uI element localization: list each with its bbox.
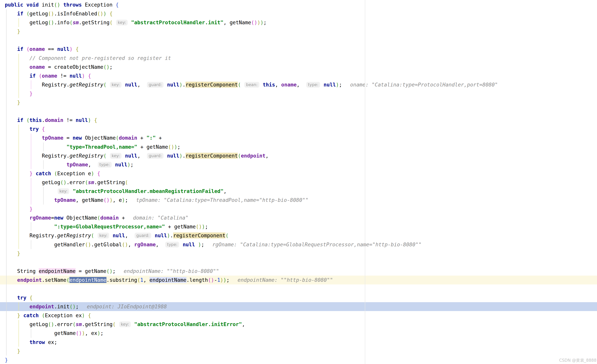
highlighted-identifier: endpointName [39,268,76,274]
code-line[interactable]: Registry.getRegistry( key: null, guard: … [0,151,597,160]
code-token: ( [26,46,30,52]
code-token [72,46,76,52]
code-line[interactable]: endpoint.setName(endpointName.substring(… [0,276,597,284]
code-token: sm [72,19,79,25]
code-line[interactable]: } [0,249,597,258]
code-line[interactable]: ":type=GlobalRequestProcessor,name=" + g… [0,222,597,231]
code-line[interactable] [0,107,597,116]
code-line[interactable]: } catch (Exception e) { [0,169,597,178]
code-line[interactable]: tpOname, type: null); [0,160,597,169]
code-token: domain [45,117,63,123]
param-name-hint-chip: guard: [135,233,151,238]
code-token: { [88,73,91,79]
code-line[interactable]: if (oname != null) { [0,71,597,80]
code-line[interactable]: } catch (Exception ex) { [0,311,597,320]
code-line[interactable]: tpOname, getName()), e);tpOname: "Catali… [0,196,597,205]
code-token: null [57,46,70,52]
code-line[interactable] [0,284,597,293]
code-token: ( [91,232,94,238]
code-token: // Component not pre-registered so regis… [30,55,171,61]
code-token: ) [82,312,85,318]
code-token: ) [122,197,125,203]
code-token: ex; [45,339,57,345]
code-token: .getGlobal [91,242,122,248]
code-token: ( [238,153,241,159]
code-text: getHandler().getGlobal(), rgOname, type:… [0,240,597,249]
code-line[interactable]: rgOname=new ObjectName(domain +domain: "… [0,213,597,222]
code-token: tpOname [42,135,63,141]
code-line[interactable]: if (getLog().isInfoEnabled()) { [0,9,597,18]
code-token: + [156,135,162,141]
code-token: , [128,242,134,248]
code-line[interactable]: key: "abstractProtocolHandler.mbeanRegis… [0,187,597,196]
code-line[interactable] [0,258,597,267]
code-text: // Component not pre-registered so regis… [0,54,597,63]
code-token: , [156,242,165,248]
code-text: Registry.getRegistry( key: null, guard: … [0,80,597,89]
code-line[interactable]: try { [0,293,597,302]
code-line[interactable]: Registry.getRegistry( key: null, guard: … [0,231,597,240]
code-token: null [76,117,88,123]
code-token: = [63,135,73,141]
code-line[interactable] [0,36,597,45]
code-token: public [5,2,23,8]
code-token: ":" [147,135,156,141]
code-token: ; [76,303,79,310]
code-line[interactable]: String endpointName = getName();endpoint… [0,267,597,276]
code-line[interactable]: getLog().error(sm.getString( [0,178,597,187]
code-token [164,153,167,159]
code-token: { [116,2,118,8]
code-text: } [0,356,597,364]
code-line[interactable]: getHandler().getGlobal(), rgOname, type:… [0,240,597,249]
code-token: ) [82,73,85,79]
code-line[interactable]: getName()), ex); [0,329,597,338]
code-line[interactable]: tpOname = new ObjectName(domain + ":" + [0,133,597,142]
code-line[interactable]: try { [0,125,597,133]
code-area[interactable]: public void init() throws Exception {if … [0,0,597,364]
code-token [116,321,119,327]
param-name-hint-chip: key: [116,20,128,25]
code-line[interactable]: endpoint.init();endpoint: JIoEndpoint@19… [0,302,597,311]
code-line[interactable]: } [0,356,597,364]
param-name-hint-chip: type: [306,82,320,88]
code-line[interactable]: } [0,347,597,356]
code-token: ; [339,82,342,88]
code-line[interactable]: } [0,98,597,107]
code-line[interactable]: } [0,89,597,98]
code-token: ( [72,321,76,327]
code-token: ( [66,277,70,283]
code-line[interactable]: getLog().error(sm.getString( key: "abstr… [0,320,597,329]
code-token: () [48,11,54,16]
code-token: rgOname [30,215,51,221]
code-token: ) [88,117,91,123]
code-token [110,232,113,238]
code-token: { [42,126,45,132]
code-line[interactable]: // Component not pre-registered so regis… [0,54,597,63]
code-text: getLog().error(sm.getString( key: "abstr… [0,320,597,329]
code-text: Registry.getRegistry( key: null, guard: … [0,151,597,160]
code-line[interactable]: getLog().info(sm.getString( key: "abstra… [0,18,597,27]
code-token: null [115,162,127,167]
code-line[interactable]: if (this.domain != null) { [0,116,597,125]
code-editor[interactable]: public void init() throws Exception {if … [0,0,597,364]
code-line[interactable]: } [0,27,597,36]
code-token: () [208,277,214,283]
code-token: try [17,295,26,301]
code-text: "type=ThreadPool,name=" + getName()); [0,143,597,151]
code-token: ( [103,153,106,159]
code-token [23,2,26,8]
code-line[interactable]: public void init() throws Exception { [0,0,597,9]
code-line[interactable]: if (oname == null) { [0,45,597,53]
code-line[interactable]: oname = createObjectName(); [0,63,597,71]
code-token: , [297,82,306,88]
code-token: endpoint [30,303,54,310]
code-line[interactable]: "type=ThreadPool,name=" + getName()); [0,143,597,151]
code-token: != [63,117,76,123]
code-token: sm [88,179,94,185]
code-line[interactable]: throw ex; [0,338,597,347]
code-line[interactable]: Registry.getRegistry( key: null, guard: … [0,80,597,89]
code-token: tpOname [54,197,76,203]
code-token: , e [113,197,122,203]
code-token: new [73,135,82,141]
code-line[interactable]: } [0,205,597,213]
